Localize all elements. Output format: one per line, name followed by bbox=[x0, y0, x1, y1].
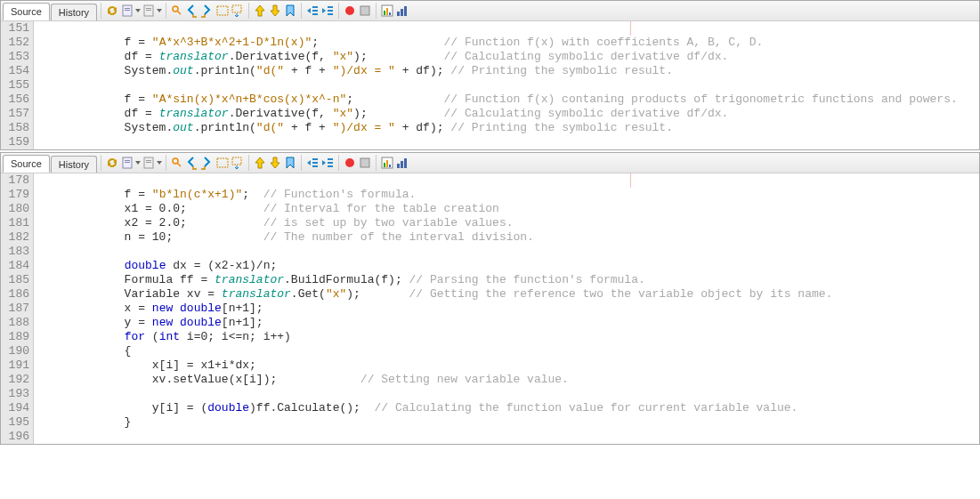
tab-label: Source bbox=[11, 158, 42, 169]
find-icon[interactable] bbox=[170, 4, 184, 18]
find-selection-icon[interactable] bbox=[215, 156, 230, 170]
refresh-icon[interactable] bbox=[105, 156, 119, 170]
find-icon[interactable] bbox=[170, 156, 184, 170]
find-sel-down-icon[interactable] bbox=[231, 4, 245, 18]
code-area[interactable]: 1781791801811821831841851861871881891901… bbox=[1, 173, 979, 444]
dropdown-icon[interactable] bbox=[157, 156, 162, 170]
toggle-bookmark-icon[interactable] bbox=[283, 156, 297, 170]
find-selection-icon[interactable] bbox=[215, 4, 230, 18]
doc-toggle-icon[interactable] bbox=[120, 4, 134, 18]
toolbar: Source History bbox=[1, 1, 979, 21]
shift-right-icon[interactable] bbox=[320, 156, 335, 170]
toolbar: Source History bbox=[1, 153, 979, 173]
find-next-icon[interactable] bbox=[200, 4, 215, 18]
prev-bookmark-icon[interactable] bbox=[253, 4, 267, 18]
editor-pane-2: Source History 1781791801811821831841851… bbox=[0, 152, 980, 445]
profile-chart-icon[interactable] bbox=[380, 156, 394, 170]
shift-left-icon[interactable] bbox=[305, 4, 320, 18]
line-gutter: 151152153154155156157158159 bbox=[1, 21, 34, 149]
tab-label: Source bbox=[11, 6, 42, 17]
doc2-icon[interactable] bbox=[142, 4, 156, 18]
find-prev-icon[interactable] bbox=[185, 4, 199, 18]
profile-bars-icon[interactable] bbox=[395, 156, 409, 170]
macro-stop-icon[interactable] bbox=[358, 156, 372, 170]
profile-bars-icon[interactable] bbox=[395, 4, 409, 18]
profile-chart-icon[interactable] bbox=[380, 4, 394, 18]
refresh-icon[interactable] bbox=[105, 4, 119, 18]
dropdown-icon[interactable] bbox=[135, 156, 141, 170]
macro-stop-icon[interactable] bbox=[358, 4, 372, 18]
dropdown-icon[interactable] bbox=[157, 4, 162, 18]
macro-record-icon[interactable] bbox=[343, 156, 357, 170]
shift-right-icon[interactable] bbox=[320, 4, 335, 18]
right-margin bbox=[630, 173, 631, 188]
find-prev-icon[interactable] bbox=[185, 156, 199, 170]
find-sel-down-icon[interactable] bbox=[231, 156, 245, 170]
macro-record-icon[interactable] bbox=[343, 4, 357, 18]
tab-source[interactable]: Source bbox=[3, 3, 50, 20]
doc2-icon[interactable] bbox=[142, 156, 156, 170]
shift-left-icon[interactable] bbox=[305, 156, 320, 170]
right-margin bbox=[630, 21, 631, 36]
next-bookmark-icon[interactable] bbox=[268, 156, 282, 170]
dropdown-icon[interactable] bbox=[135, 4, 141, 18]
tab-label: History bbox=[59, 159, 89, 170]
tab-history[interactable]: History bbox=[51, 156, 97, 173]
tab-label: History bbox=[59, 7, 89, 18]
line-gutter: 1781791801811821831841851861871881891901… bbox=[1, 173, 34, 444]
code-area[interactable]: 151152153154155156157158159 f = "A*x^3+B… bbox=[1, 21, 979, 149]
find-next-icon[interactable] bbox=[200, 156, 215, 170]
tab-history[interactable]: History bbox=[51, 4, 97, 20]
next-bookmark-icon[interactable] bbox=[268, 4, 282, 18]
code-lines[interactable]: f = "b*ln(c*x+1)"; // Function's formula… bbox=[34, 173, 979, 444]
prev-bookmark-icon[interactable] bbox=[253, 156, 267, 170]
tab-source[interactable]: Source bbox=[3, 155, 50, 173]
doc-toggle-icon[interactable] bbox=[120, 156, 134, 170]
editor-pane-1: Source History 1511521531541551561571581… bbox=[0, 0, 980, 150]
toggle-bookmark-icon[interactable] bbox=[283, 4, 297, 18]
code-lines[interactable]: f = "A*x^3+B*x^2+1-D*ln(x)"; // Function… bbox=[34, 21, 979, 149]
